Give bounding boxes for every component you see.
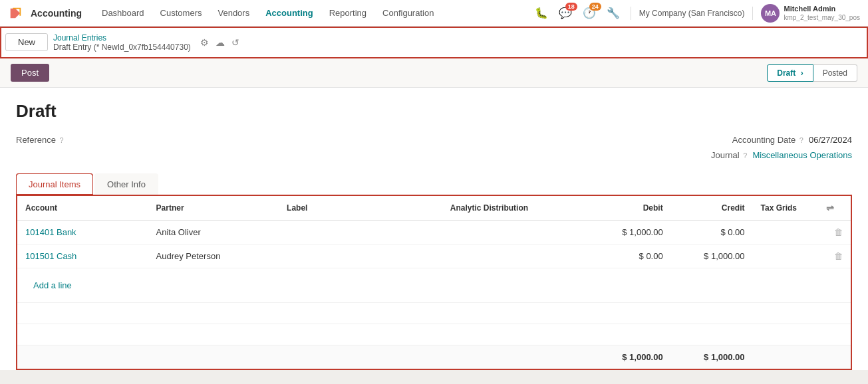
brand-name[interactable]: Accounting (31, 8, 82, 19)
nav-dashboard[interactable]: Dashboard (95, 5, 151, 21)
chat-icon-btn[interactable]: 💬 18 (556, 4, 575, 23)
form-fields-2: Journal ? Miscellaneous Operations (16, 150, 852, 160)
new-button[interactable]: New (5, 33, 48, 51)
tab-journal-items[interactable]: Journal Items (16, 173, 93, 195)
status-draft-btn[interactable]: Draft › (767, 64, 813, 82)
nav-divider (631, 7, 631, 20)
col-header-debit: Debit (589, 196, 671, 221)
delete-row2-icon[interactable]: 🗑 (834, 251, 843, 261)
nav-configuration[interactable]: Configuration (376, 5, 440, 21)
journal-value[interactable]: Miscellaneous Operations (752, 150, 852, 160)
accounting-date-help[interactable]: ? (799, 136, 803, 144)
wrench-icon: 🔧 (607, 7, 620, 19)
status-bar: Draft › Posted (767, 64, 857, 82)
user-menu[interactable]: MA Mitchell Admin kmp_2_test_may_30_pos (761, 4, 860, 23)
journal-group: Journal ? Miscellaneous Operations (711, 150, 852, 160)
add-line-btn[interactable]: Add a line (25, 275, 80, 296)
company-name[interactable]: My Company (San Francisco) (639, 9, 745, 18)
row2-analytic[interactable] (442, 244, 589, 268)
cloud-icon[interactable]: ☁ (214, 36, 226, 49)
nav-right-actions: 🐛 💬 18 🕐 24 🔧 My Company (San Francisco)… (532, 4, 860, 23)
totals-end (753, 345, 851, 369)
accounting-date-value[interactable]: 06/27/2024 (809, 135, 852, 145)
row2-debit[interactable]: $ 0.00 (589, 244, 671, 268)
add-line-row: Add a line (17, 268, 851, 303)
clock-icon-btn[interactable]: 🕐 24 (580, 4, 599, 23)
col-header-label: Label (279, 196, 442, 221)
nav-vendors[interactable]: Vendors (211, 5, 256, 21)
nav-reporting[interactable]: Reporting (323, 5, 373, 21)
spacer-cell-2 (17, 324, 851, 345)
journal-label: Journal ? (711, 150, 747, 160)
form-fields: Reference ? Accounting Date ? 06/27/2024 (16, 135, 852, 145)
avatar: MA (761, 4, 780, 23)
main-content: Post Draft › Posted Draft Reference ? Ac… (0, 58, 868, 383)
row2-taxgrids[interactable] (753, 244, 818, 268)
col-header-actions: ⇌ (818, 196, 851, 221)
row2-credit[interactable]: $ 1,000.00 (671, 244, 753, 268)
nav-customers[interactable]: Customers (154, 5, 209, 21)
wrench-icon-btn[interactable]: 🔧 (604, 4, 623, 23)
totals-row: $ 1,000.00 $ 1,000.00 (17, 345, 851, 369)
col-header-analytic: Analytic Distribution (442, 196, 589, 221)
row1-partner[interactable]: Anita Oliver (148, 221, 279, 244)
accounting-date-group: Accounting Date ? 06/27/2024 (732, 135, 852, 145)
totals-spacer (17, 345, 589, 369)
row1-credit[interactable]: $ 0.00 (671, 221, 753, 244)
breadcrumb-actions: ⚙ ☁ ↺ (199, 36, 241, 49)
post-button[interactable]: Post (11, 64, 49, 82)
settings-icon[interactable]: ⚙ (199, 36, 210, 49)
breadcrumb-current: Draft Entry (* NewId_0x7fb154440730) (53, 43, 191, 52)
spacer-row-2 (17, 324, 851, 345)
reference-label: Reference ? (16, 135, 64, 145)
refresh-icon[interactable]: ↺ (230, 36, 241, 49)
top-navigation: Accounting Dashboard Customers Vendors A… (0, 0, 868, 27)
tabs: Journal Items Other Info (16, 173, 852, 195)
table-row: 101501 Cash Audrey Peterson $ 0.00 $ 1,0… (17, 244, 851, 268)
user-info: Mitchell Admin kmp_2_test_may_30_pos (784, 4, 860, 22)
row1-debit[interactable]: $ 1,000.00 (589, 221, 671, 244)
spacer-row-1 (17, 303, 851, 324)
table-header-row: Account Partner Label Analytic Distribut… (17, 196, 851, 221)
add-line-cell: Add a line (17, 268, 851, 303)
row2-actions: 🗑 (818, 244, 851, 268)
journal-help[interactable]: ? (743, 151, 747, 159)
status-arrow: › (801, 68, 803, 78)
row1-label[interactable] (279, 221, 442, 244)
breadcrumb-bar: New Journal Entries Draft Entry (* NewId… (0, 27, 868, 58)
breadcrumb: Journal Entries Draft Entry (* NewId_0x7… (53, 33, 191, 52)
row2-partner[interactable]: Audrey Peterson (148, 244, 279, 268)
row2-account[interactable]: 101501 Cash (17, 244, 148, 268)
form-area: Draft Reference ? Accounting Date ? 06/2… (0, 88, 868, 370)
total-debit: $ 1,000.00 (589, 345, 671, 369)
table-section: Account Partner Label Analytic Distribut… (16, 195, 852, 370)
row2-label[interactable] (279, 244, 442, 268)
breadcrumb-parent-link[interactable]: Journal Entries (53, 33, 191, 43)
bug-icon: 🐛 (535, 7, 548, 19)
accounting-date-label: Accounting Date ? (732, 135, 803, 145)
bug-icon-btn[interactable]: 🐛 (532, 4, 551, 23)
journal-table: Account Partner Label Analytic Distribut… (17, 196, 851, 369)
clock-badge: 24 (589, 3, 601, 11)
row1-actions: 🗑 (818, 221, 851, 244)
col-header-credit: Credit (671, 196, 753, 221)
app-logo[interactable] (8, 6, 23, 21)
row1-analytic[interactable] (442, 221, 589, 244)
row1-account[interactable]: 101401 Bank (17, 221, 148, 244)
nav-accounting[interactable]: Accounting (259, 5, 320, 21)
spacer-cell (17, 303, 851, 324)
col-header-partner: Partner (148, 196, 279, 221)
reference-group: Reference ? (16, 135, 64, 145)
tab-other-info[interactable]: Other Info (94, 173, 158, 195)
total-credit: $ 1,000.00 (671, 345, 753, 369)
toolbar: Post Draft › Posted (0, 58, 868, 88)
chat-badge: 18 (565, 3, 577, 11)
reference-help[interactable]: ? (60, 136, 64, 144)
status-posted-btn[interactable]: Posted (813, 64, 857, 82)
col-header-account: Account (17, 196, 148, 221)
table-row: 101401 Bank Anita Oliver $ 1,000.00 $ 0.… (17, 221, 851, 244)
row1-taxgrids[interactable] (753, 221, 818, 244)
form-title: Draft (16, 101, 852, 122)
delete-row1-icon[interactable]: 🗑 (834, 227, 843, 237)
filter-icon[interactable]: ⇌ (826, 203, 834, 213)
